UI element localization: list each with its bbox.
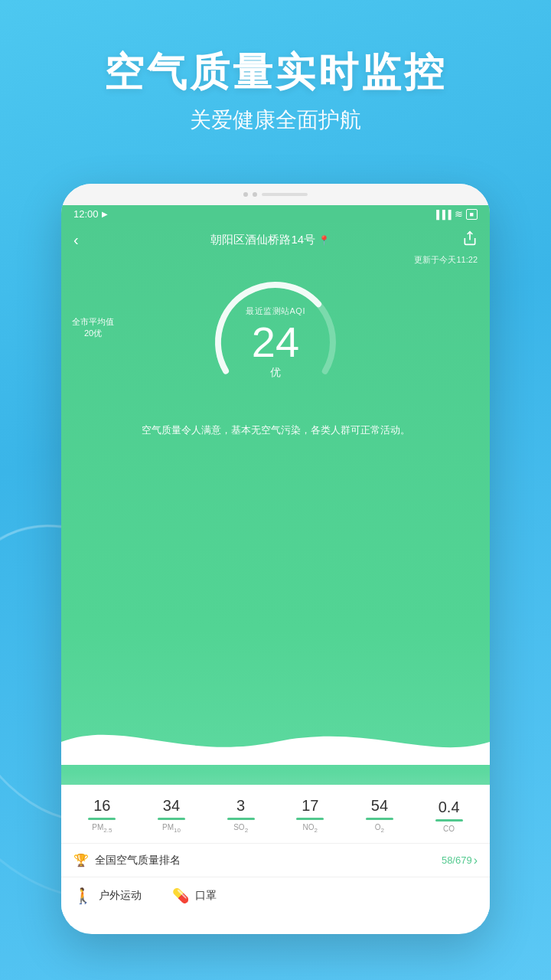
co-value: 0.4: [435, 799, 463, 816]
location-arrow-icon: ▶: [102, 210, 108, 218]
status-time: 12:00 ▶: [73, 208, 108, 220]
aqi-station-label: 最近监测站AQI: [246, 305, 305, 317]
no2-value: 17: [296, 797, 324, 815]
so2-value: 3: [227, 797, 255, 815]
o2-bar: [366, 818, 393, 820]
bottom-row: 🚶 户外运动 💊 口罩: [61, 877, 490, 914]
nav-title: 朝阳区酒仙桥路14号 📍: [210, 233, 330, 247]
notch-dot-1: [243, 192, 248, 197]
runner-icon: 🚶: [73, 887, 93, 905]
ranking-right: 58/679 ›: [442, 854, 478, 867]
wave-decoration: [61, 719, 490, 765]
pollution-pm10: 34 PM10: [158, 797, 185, 834]
header-section: 空气质量实时监控 关爱健康全面护航: [0, 0, 551, 135]
pollution-co: 0.4 CO: [435, 799, 463, 833]
ranking-arrow: ›: [474, 854, 478, 867]
pm25-value: 16: [88, 797, 116, 815]
app-content: 12:00 ▶ ▐▐▐ ≋ ■ ‹ 朝阳区酒仙桥路14号 📍: [61, 205, 490, 914]
so2-bar: [227, 818, 255, 820]
mask-icon: 💊: [172, 887, 189, 904]
mask-label: 口罩: [195, 889, 217, 903]
aqi-value: 24: [246, 318, 305, 366]
aqi-circle: 最近监测站AQI 24 优: [207, 273, 344, 411]
page-title: 空气质量实时监控: [0, 46, 551, 100]
no2-label: NO2: [296, 823, 324, 834]
so2-label: SO2: [227, 823, 255, 834]
notch-line: [262, 193, 308, 196]
phone-notch: [61, 184, 490, 205]
aqi-inner: 最近监测站AQI 24 优: [246, 305, 305, 380]
page-subtitle: 关爱健康全面护航: [0, 106, 551, 135]
signal-icon: ▐▐▐: [433, 210, 451, 219]
pm10-value: 34: [158, 797, 185, 815]
co-bar: [435, 819, 463, 822]
location-text: 朝阳区酒仙桥路14号: [210, 233, 315, 247]
o2-value: 54: [366, 797, 393, 815]
pollution-data-row: 16 PM2.5 34 PM10 3 SO2 17 NO2: [61, 785, 490, 844]
pollution-so2: 3 SO2: [227, 797, 255, 834]
white-card: 16 PM2.5 34 PM10 3 SO2 17 NO2: [61, 785, 490, 914]
outdoor-label: 户外运动: [99, 889, 142, 903]
share-button[interactable]: [462, 230, 478, 250]
outdoor-exercise-item[interactable]: 🚶 户外运动: [73, 887, 142, 905]
mask-item[interactable]: 💊 口罩: [172, 887, 217, 904]
pm25-bar: [88, 818, 116, 820]
ranking-value: 58/679: [442, 854, 472, 866]
wifi-icon: ≋: [455, 208, 463, 220]
status-bar: 12:00 ▶ ▐▐▐ ≋ ■: [61, 205, 490, 223]
no2-bar: [296, 818, 324, 820]
aqi-quality-label: 优: [246, 365, 305, 379]
phone-mockup: 12:00 ▶ ▐▐▐ ≋ ■ ‹ 朝阳区酒仙桥路14号 📍: [61, 184, 490, 934]
pm10-label: PM10: [158, 823, 185, 834]
pollution-o2: 54 O2: [366, 797, 393, 834]
pollution-pm25: 16 PM2.5: [88, 797, 116, 834]
pm25-label: PM2.5: [88, 823, 116, 834]
ranking-row[interactable]: 🏆 全国空气质量排名 58/679 ›: [61, 844, 490, 877]
o2-label: O2: [366, 823, 393, 834]
aqi-container: 最近监测站AQI 24 优: [61, 273, 490, 411]
time-text: 12:00: [73, 208, 99, 220]
battery-icon: ■: [466, 209, 478, 220]
ranking-label: 全国空气质量排名: [95, 854, 181, 867]
ranking-left: 🏆 全国空气质量排名: [73, 853, 181, 867]
status-icons: ▐▐▐ ≋ ■: [433, 208, 478, 220]
trophy-icon: 🏆: [73, 853, 89, 867]
pm10-bar: [158, 818, 185, 820]
back-button[interactable]: ‹: [73, 231, 79, 249]
pollution-no2: 17 NO2: [296, 797, 324, 834]
nav-bar: ‹ 朝阳区酒仙桥路14号 📍: [61, 223, 490, 257]
location-icon: 📍: [318, 235, 330, 246]
co-label: CO: [435, 825, 463, 833]
notch-dot-2: [253, 192, 257, 197]
